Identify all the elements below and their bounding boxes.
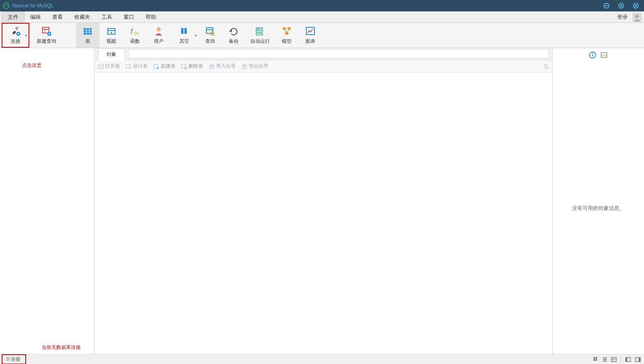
object-list-area: [95, 73, 552, 354]
svg-rect-42: [256, 33, 263, 35]
open-table-icon: [98, 64, 104, 69]
main-toolbar: 连接 ▼ 新建查询 表 视图 f(x) 函数 用户 其它: [0, 23, 644, 48]
chart-icon: [305, 26, 316, 37]
svg-line-10: [15, 28, 17, 30]
object-toolbar: 打开表 设计表 新建表 删除表 导入向导 导出向导: [95, 60, 552, 73]
new-table-icon: [153, 64, 159, 69]
svg-rect-74: [611, 357, 616, 362]
toolbar-label: 函数: [130, 38, 140, 45]
avatar-icon[interactable]: [633, 13, 642, 22]
obj-design-table[interactable]: 设计表: [126, 63, 148, 70]
svg-rect-45: [285, 32, 288, 35]
toolbar-user[interactable]: 用户: [147, 23, 170, 48]
svg-line-61: [547, 67, 549, 69]
toolbar-chart[interactable]: 图表: [299, 23, 322, 48]
svg-rect-70: [595, 359, 597, 361]
svg-point-0: [3, 3, 9, 9]
toolbar-view[interactable]: 视图: [100, 23, 123, 48]
design-table-icon: [126, 64, 131, 69]
menu-bar: 文件 编辑 查看 收藏夹 工具 窗口 帮助 登录: [0, 11, 644, 23]
obj-open-table[interactable]: 打开表: [98, 63, 120, 70]
obj-new-table[interactable]: 新建表: [153, 63, 175, 70]
svg-rect-51: [126, 64, 130, 68]
svg-point-31: [157, 27, 161, 31]
toolbar-label: 其它: [179, 38, 189, 45]
svg-text:f: f: [131, 27, 133, 35]
obj-export-wizard[interactable]: 导出向导: [241, 63, 268, 70]
svg-point-63: [592, 53, 593, 54]
user-icon: [153, 26, 164, 37]
table-icon: [82, 26, 93, 37]
toolbar-connect[interactable]: 连接 ▼: [2, 23, 29, 48]
export-icon: [241, 64, 247, 69]
obj-import-wizard[interactable]: 导入向导: [209, 63, 236, 70]
svg-text:DDL: DDL: [602, 54, 607, 57]
menu-window[interactable]: 窗口: [118, 12, 140, 22]
toolbar-new-query[interactable]: 新建查询: [29, 23, 64, 48]
toolbar-backup[interactable]: 备份: [222, 23, 246, 48]
minimize-button[interactable]: [601, 2, 612, 10]
maximize-button[interactable]: [615, 2, 627, 10]
center-panel: 对象 打开表 设计表 新建表 删除表 导入向导: [95, 48, 553, 354]
obj-delete-table[interactable]: 删除表: [181, 63, 203, 70]
toolbar-label: 连接: [11, 38, 20, 45]
menu-tools[interactable]: 工具: [96, 12, 118, 22]
info-icon[interactable]: [589, 51, 596, 59]
connection-tree-panel: 点击这里 当前无数据库连接: [0, 48, 95, 354]
search-icon[interactable]: [543, 64, 549, 69]
toolbar-model[interactable]: 模型: [275, 23, 299, 48]
menu-view[interactable]: 查看: [46, 12, 69, 22]
center-tab-strip: 对象: [95, 48, 552, 60]
info-panel: DDL 没有可用的对象信息。: [553, 48, 644, 354]
svg-rect-49: [98, 64, 103, 68]
panel-right-icon[interactable]: [633, 356, 642, 363]
svg-point-54: [157, 67, 159, 69]
chevron-down-icon: ▼: [194, 33, 197, 37]
close-button[interactable]: [630, 2, 642, 10]
toolbar-query[interactable]: 查询: [198, 23, 222, 48]
svg-rect-78: [626, 357, 627, 362]
window-title: Navicat for MySQL: [12, 3, 53, 9]
menu-edit[interactable]: 编辑: [24, 12, 46, 22]
toolbar-autorun[interactable]: 自动运行: [246, 23, 275, 48]
svg-point-60: [544, 64, 547, 68]
login-button[interactable]: 登录: [614, 12, 631, 22]
plug-icon: [10, 26, 21, 37]
path-breadcrumb-input[interactable]: [128, 49, 549, 58]
delete-table-icon: [181, 64, 187, 69]
query-icon: [204, 26, 216, 37]
other-icon: [179, 26, 190, 37]
model-icon: [281, 26, 292, 37]
toolbar-table[interactable]: 表: [76, 23, 100, 48]
svg-rect-80: [639, 357, 640, 362]
svg-line-46: [284, 30, 287, 32]
svg-rect-69: [593, 359, 595, 361]
menu-favorites[interactable]: 收藏夹: [69, 12, 96, 22]
view-grid-icon[interactable]: [591, 356, 600, 363]
toolbar-label: 自动运行: [250, 38, 270, 45]
view-icon: [106, 26, 117, 37]
svg-line-11: [17, 27, 18, 29]
svg-point-28: [111, 32, 112, 33]
import-icon: [209, 64, 215, 69]
menu-help[interactable]: 帮助: [140, 12, 162, 22]
toolbar-function[interactable]: f(x) 函数: [123, 23, 147, 48]
function-icon: f(x): [129, 26, 141, 37]
toolbar-label: 用户: [154, 38, 164, 45]
ddl-icon[interactable]: DDL: [600, 51, 608, 59]
svg-rect-68: [595, 357, 597, 359]
info-message: 没有可用的对象信息。: [572, 62, 625, 354]
svg-rect-43: [283, 27, 286, 30]
menu-file[interactable]: 文件: [2, 11, 24, 22]
tab-objects[interactable]: 对象: [98, 48, 125, 60]
annotation-no-connection: 当前无数据库连接: [42, 344, 81, 351]
svg-rect-41: [256, 31, 263, 32]
svg-rect-36: [206, 28, 213, 33]
toolbar-other[interactable]: 其它 ▼: [170, 23, 198, 48]
svg-line-39: [213, 35, 215, 36]
toolbar-label: 备份: [229, 38, 239, 45]
view-list-icon[interactable]: [600, 356, 609, 363]
view-detail-icon[interactable]: [609, 356, 618, 363]
toolbar-label: 查询: [205, 38, 215, 45]
panel-left-icon[interactable]: [624, 356, 633, 363]
